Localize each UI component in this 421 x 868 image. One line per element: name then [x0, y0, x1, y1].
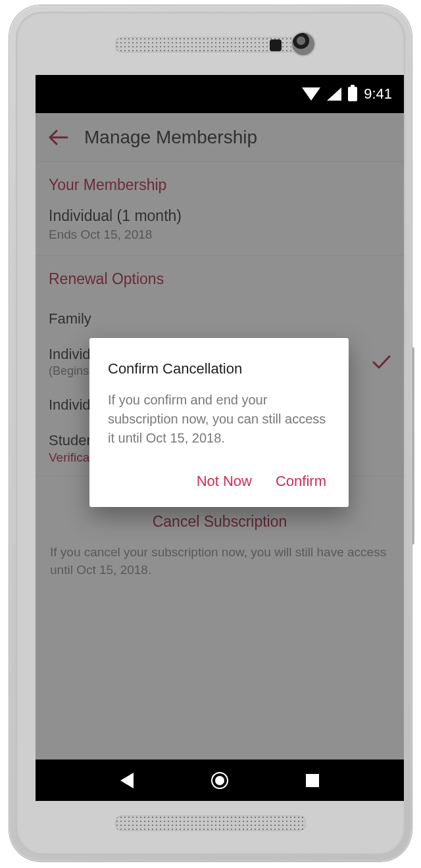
dialog-title: Confirm Cancellation: [108, 360, 330, 377]
screen-bezel: 9:41 Manage Membership Your Membership I…: [36, 75, 404, 801]
nav-back-icon[interactable]: [120, 773, 134, 788]
confirm-cancel-dialog: Confirm Cancellation If you confirm and …: [89, 338, 349, 507]
not-now-button[interactable]: Not Now: [197, 473, 252, 490]
cell-signal-icon: [327, 87, 341, 101]
device-frame: 9:41 Manage Membership Your Membership I…: [9, 5, 412, 861]
dialog-actions: Not Now Confirm: [108, 470, 330, 496]
front-camera: [292, 33, 314, 55]
nav-home-icon[interactable]: [211, 772, 228, 789]
clock: 9:41: [364, 85, 392, 103]
proximity-sensor: [270, 39, 282, 51]
dialog-body: If you confirm and end your subscription…: [108, 391, 330, 448]
confirm-button[interactable]: Confirm: [276, 473, 326, 490]
battery-icon: [348, 87, 357, 101]
app-screen: Manage Membership Your Membership Indivi…: [36, 113, 404, 760]
android-nav-bar: [36, 760, 404, 801]
nav-recents-icon[interactable]: [306, 774, 319, 787]
speaker-bottom: [115, 815, 306, 831]
status-bar: 9:41: [36, 75, 404, 113]
wifi-icon: [302, 87, 320, 101]
